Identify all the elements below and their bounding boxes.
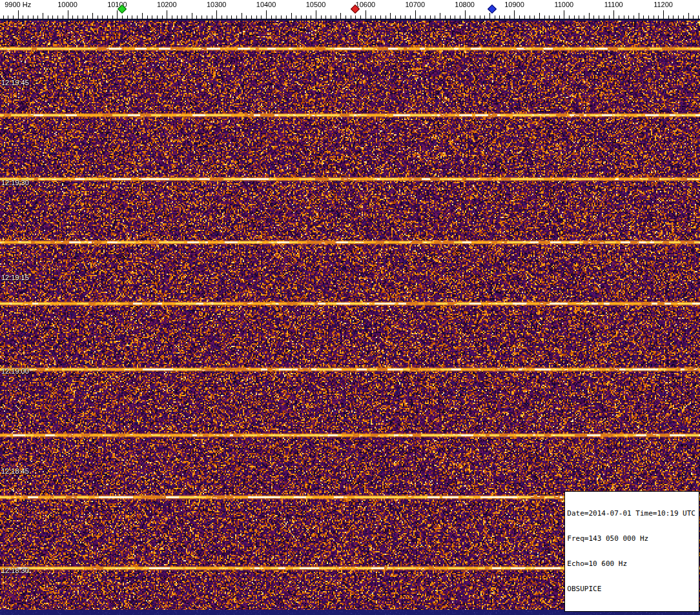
info-box: Date=2014-07-01 Time=10:19 UTC Freq=143 …: [564, 491, 699, 612]
waterfall-area: 12:19:4512:19:3012:19:1512:19:0012:18:45…: [0, 19, 700, 615]
time-tick-label: 12:19:45: [1, 79, 29, 86]
freq-tick-label: 11000: [554, 1, 573, 8]
freq-tick-label: 11100: [604, 1, 623, 8]
time-tick-label: 12:18:30: [1, 567, 29, 574]
ruler-ticks-canvas: [0, 0, 700, 19]
info-station-line: OBSUPICE: [567, 585, 695, 593]
info-date-line: Date=2014-07-01 Time=10:19 UTC: [567, 509, 695, 518]
freq-tick-label: 10300: [207, 1, 227, 8]
freq-tick-label: 9900 Hz: [5, 1, 31, 8]
time-tick-label: 12:19:30: [1, 179, 29, 187]
freq-tick-label: 10500: [306, 1, 326, 8]
time-tick-label: 12:19:00: [1, 367, 29, 375]
freq-tick-label: 10200: [157, 1, 177, 8]
freq-tick-label: 10400: [256, 1, 276, 8]
freq-tick-label: 10000: [57, 1, 77, 8]
frequency-ruler[interactable]: 9900 Hz100001010010200103001040010500106…: [0, 0, 700, 19]
time-tick-label: 12:19:15: [1, 274, 29, 281]
info-echo-line: Echo=10 600 Hz: [567, 560, 695, 568]
freq-tick-label: 10800: [455, 1, 475, 8]
spectrogram-window: 9900 Hz100001010010200103001040010500106…: [0, 0, 700, 615]
info-freq-line: Freq=143 050 000 Hz: [567, 534, 695, 543]
time-tick-label: 12:18:45: [1, 467, 29, 475]
freq-tick-label: 10700: [405, 1, 425, 8]
freq-tick-label: 11200: [654, 1, 673, 8]
freq-tick-label: 10900: [504, 1, 524, 8]
